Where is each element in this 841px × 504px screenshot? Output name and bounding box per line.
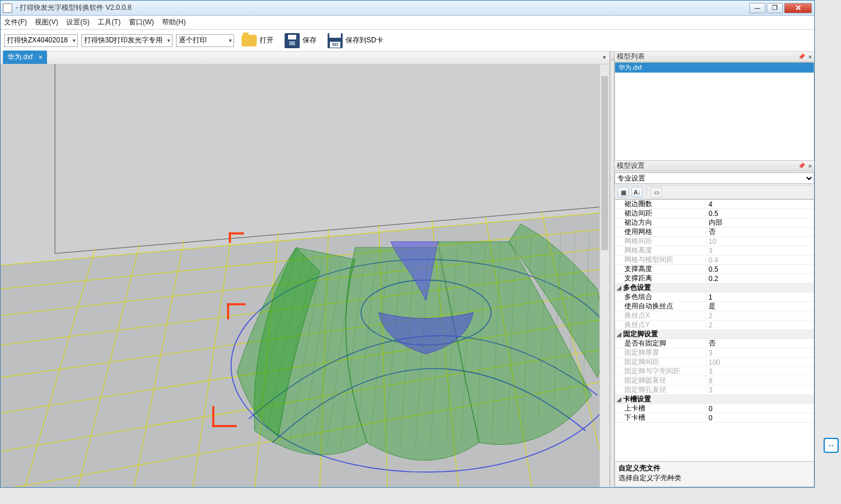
property-row: 网格高度3 [615, 246, 814, 255]
viewport-scene [1, 64, 609, 487]
property-row: 换丝点X2 [615, 311, 814, 321]
model-list[interactable]: 华为.dxf [614, 62, 814, 161]
right-panel: 模型列表 ∙∙∙∙∙∙∙∙∙∙∙∙∙∙∙∙∙∙∙∙∙∙∙∙∙∙∙∙∙∙∙∙∙∙∙… [614, 52, 814, 487]
menubar: 文件(F) 视图(V) 设置(S) 工具(T) 窗口(W) 帮助(H) [1, 16, 814, 30]
menu-help[interactable]: 帮助(H) [162, 17, 186, 27]
menu-file[interactable]: 文件(F) [4, 17, 27, 27]
property-row[interactable]: 下卡槽0 [615, 413, 814, 423]
print-mode-dropdown[interactable]: 逐个打印 [176, 34, 234, 47]
propgrid-toolbar: ▦ A↓ ▭ [614, 185, 814, 199]
property-row: 网格间距10 [615, 237, 814, 246]
propgrid-pages-icon[interactable]: ▭ [650, 187, 662, 197]
panel-close-icon[interactable]: × [808, 53, 812, 60]
menu-window[interactable]: 窗口(W) [129, 17, 154, 27]
sort-icon[interactable]: A↓ [631, 187, 643, 197]
property-row[interactable]: 使用自动换丝点是 [615, 302, 814, 311]
save-button[interactable]: 保存 [281, 31, 320, 50]
property-group[interactable]: ◢固定脚设置 [615, 330, 814, 339]
categorize-icon[interactable]: ▦ [617, 187, 629, 197]
property-grid[interactable]: 裙边圈数4裙边间距0.5裙边方向内部使用网格否网格间距10网格高度3网格与模型间… [614, 199, 814, 462]
property-row[interactable]: 裙边间距0.5 [615, 209, 814, 218]
app-icon [3, 3, 12, 13]
floppy-icon [284, 33, 300, 49]
pin-icon[interactable]: 📌 [798, 163, 805, 169]
menu-settings[interactable]: 设置(S) [66, 17, 89, 27]
profile-dropdown[interactable]: 打得快3D打印发光字专用 [81, 34, 172, 47]
printer-dropdown[interactable]: 打得快ZX40402018 [4, 34, 78, 47]
property-row[interactable]: 支撑高度0.5 [615, 265, 814, 274]
viewport-scrollbar[interactable] [599, 64, 609, 487]
minimize-button[interactable] [749, 3, 765, 13]
folder-open-icon [241, 33, 257, 49]
property-row[interactable]: 使用网格否 [615, 228, 814, 237]
tab-close-icon[interactable]: × [38, 53, 42, 62]
3d-viewport[interactable] [1, 64, 609, 487]
property-row[interactable]: 裙边方向内部 [615, 218, 814, 228]
window-title: - 打得快发光字模型转换软件 V2.0.0.8 [16, 3, 749, 13]
open-button[interactable]: 打开 [238, 31, 277, 50]
property-row: 固定脚孔直径3 [615, 386, 814, 395]
model-list-header[interactable]: 模型列表 ∙∙∙∙∙∙∙∙∙∙∙∙∙∙∙∙∙∙∙∙∙∙∙∙∙∙∙∙∙∙∙∙∙∙∙… [614, 52, 814, 62]
property-group[interactable]: ◢卡槽设置 [615, 395, 814, 404]
property-row: 固定脚间距100 [615, 358, 814, 367]
property-row: 换丝点Y2 [615, 321, 814, 330]
property-row[interactable]: 多色组合1 [615, 293, 814, 302]
property-row: 固定脚圆直径8 [615, 376, 814, 386]
tab-overflow-icon[interactable]: ▾ [603, 54, 606, 60]
property-row: 固定脚与字壳间距3 [615, 367, 814, 376]
property-row[interactable]: 是否有固定脚否 [615, 339, 814, 348]
property-row: 网格与模型间距0.4 [615, 255, 814, 265]
toolbar: 打得快ZX40402018 打得快3D打印发光字专用 逐个打印 打开 保存 保存… [1, 30, 814, 52]
pin-icon[interactable]: 📌 [798, 53, 805, 60]
property-group[interactable]: ◢多色设置 [615, 283, 814, 293]
menu-view[interactable]: 视图(V) [35, 17, 58, 27]
tab-huawei-dxf[interactable]: 华为.dxf × [3, 51, 47, 64]
property-row: 固定脚厚度3 [615, 348, 814, 358]
maximize-button[interactable] [767, 3, 783, 13]
property-description: 自定义壳文件 选择自定义字壳种类 [614, 462, 814, 487]
document-tabstrip: 华为.dxf × ▾ [1, 52, 609, 64]
property-row[interactable]: 上卡槽0 [615, 404, 814, 413]
model-settings-header[interactable]: 模型设置 ∙∙∙∙∙∙∙∙∙∙∙∙∙∙∙∙∙∙∙∙∙∙∙∙∙∙∙∙∙∙∙∙∙∙∙… [614, 161, 814, 171]
model-list-item[interactable]: 华为.dxf [615, 63, 814, 73]
splitter[interactable]: ◁ [610, 52, 614, 487]
sd-card-icon [327, 33, 343, 49]
panel-close-icon[interactable]: × [808, 163, 812, 170]
property-row[interactable]: 裙边圈数4 [615, 200, 814, 209]
settings-profile-dropdown[interactable]: 专业设置 [614, 172, 814, 184]
titlebar[interactable]: - 打得快发光字模型转换软件 V2.0.0.8 [1, 1, 814, 16]
property-row[interactable]: 支撑距离0.2 [615, 274, 814, 283]
close-button[interactable] [784, 3, 812, 13]
teamviewer-tray-icon[interactable]: ↔ [824, 438, 839, 453]
save-sd-button[interactable]: 保存到SD卡 [324, 31, 387, 50]
app-window: - 打得快发光字模型转换软件 V2.0.0.8 文件(F) 视图(V) 设置(S… [0, 0, 815, 488]
menu-tools[interactable]: 工具(T) [98, 17, 120, 27]
